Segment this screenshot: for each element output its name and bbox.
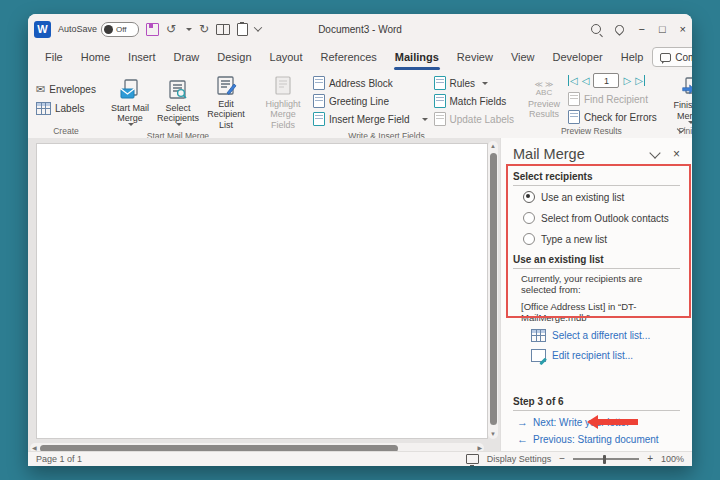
tab-file[interactable]: File [36, 44, 72, 70]
document-area: ▲ ▼ ◀ ▶ [28, 138, 500, 452]
match-fields-button[interactable]: Match Fields [434, 94, 515, 109]
comments-button[interactable]: Comments [652, 47, 692, 67]
scroll-up-icon[interactable]: ▲ [488, 143, 498, 149]
document-page[interactable] [36, 143, 488, 439]
status-bar: Page 1 of 1 Display Settings − + 100% [28, 451, 692, 466]
undo-icon[interactable]: ↺ [166, 23, 176, 35]
maximize-button[interactable]: □ [659, 24, 666, 35]
radio-type-new-list[interactable]: Type a new list [513, 228, 680, 249]
scroll-down-icon[interactable]: ▼ [488, 431, 498, 437]
preview-results-button[interactable]: ≪ ≫ ABC Preview Results [523, 78, 565, 120]
vertical-scroll-thumb[interactable] [490, 153, 497, 425]
tab-home[interactable]: Home [72, 44, 119, 70]
use-existing-list-heading: Use an existing list [513, 249, 680, 269]
group-label-create: Create [32, 125, 100, 138]
comments-label: Comments [675, 52, 692, 63]
zoom-in-button[interactable]: + [647, 454, 653, 464]
labels-button[interactable]: Labels [36, 102, 96, 115]
first-record-button[interactable]: ◁ [568, 76, 578, 86]
last-record-button[interactable]: ▷ [635, 76, 645, 86]
tab-view[interactable]: View [502, 44, 544, 70]
search-icon[interactable] [591, 24, 601, 34]
autosave-switch[interactable]: Off [101, 22, 139, 37]
zoom-slider[interactable] [573, 458, 639, 460]
find-recipient-button[interactable]: Find Recipient [568, 92, 657, 107]
pane-chevron-icon[interactable] [649, 147, 660, 158]
pane-title: Mail Merge [513, 146, 585, 162]
quick-access-chevron-icon[interactable] [254, 23, 262, 31]
undo-caret-icon[interactable] [186, 28, 192, 31]
presence-pin-icon[interactable] [614, 23, 627, 36]
tab-design[interactable]: Design [208, 44, 260, 70]
labels-icon [36, 102, 51, 115]
record-number-input[interactable] [593, 73, 619, 88]
close-button[interactable]: × [680, 24, 686, 35]
greeting-line-icon [313, 94, 325, 108]
tab-help[interactable]: Help [612, 44, 653, 70]
toggle-knob-icon [104, 25, 113, 34]
zoom-level[interactable]: 100% [661, 454, 684, 464]
finish-and-merge-button[interactable]: Finish & Merge [666, 73, 692, 124]
edit-recipient-list-button[interactable]: Edit Recipient List [202, 72, 250, 130]
redo-icon[interactable]: ↻ [199, 23, 209, 35]
rules-button[interactable]: Rules [434, 76, 515, 91]
vertical-scrollbar[interactable]: ▲ ▼ [488, 141, 498, 439]
ribbon: ✉ Envelopes Labels Create [28, 70, 692, 139]
group-write-insert-fields: Highlight Merge Fields Address Block Gre… [254, 70, 519, 138]
select-recipients-button[interactable]: Select Recipients [154, 76, 202, 127]
address-block-icon [313, 76, 325, 90]
tab-review[interactable]: Review [448, 44, 502, 70]
select-different-list-link[interactable]: Select a different list... [513, 325, 680, 345]
tab-layout[interactable]: Layout [261, 44, 312, 70]
update-labels-button[interactable]: Update Labels [434, 112, 515, 127]
tab-insert[interactable]: Insert [119, 44, 165, 70]
group-start-mail-merge: Start Mail Merge Select Recipients [104, 70, 252, 138]
address-block-button[interactable]: Address Block [313, 76, 428, 91]
zoom-slider-thumb[interactable] [603, 455, 606, 464]
next-record-button[interactable]: ▷ [623, 76, 631, 86]
radio-selected-icon[interactable] [523, 191, 535, 203]
radio-use-existing-list[interactable]: Use an existing list [513, 186, 680, 207]
finish-and-merge-icon [678, 76, 692, 98]
page-indicator[interactable]: Page 1 of 1 [36, 454, 82, 464]
tab-mailings[interactable]: Mailings [386, 44, 448, 70]
display-settings-label[interactable]: Display Settings [487, 454, 552, 464]
radio-icon[interactable] [523, 212, 535, 224]
edit-recipient-list-link[interactable]: Edit recipient list... [513, 345, 680, 365]
word-app-icon: W [34, 21, 51, 38]
minimize-button[interactable]: − [638, 24, 644, 35]
envelopes-button[interactable]: ✉ Envelopes [36, 83, 96, 96]
select-recipients-caret-icon [176, 123, 182, 126]
tab-developer[interactable]: Developer [544, 44, 612, 70]
check-for-errors-icon [568, 110, 580, 124]
autosave-label: AutoSave [58, 24, 97, 34]
mail-merge-pane: Mail Merge × Select recipients Use an ex… [500, 138, 692, 452]
previous-record-button[interactable]: ◁ [582, 76, 590, 86]
pane-close-icon[interactable]: × [673, 148, 680, 160]
zoom-out-button[interactable]: − [559, 454, 565, 464]
autosave-toggle[interactable]: AutoSave Off [58, 22, 139, 37]
start-mail-merge-caret-icon [128, 123, 134, 126]
title-bar: W AutoSave Off ↺ ↻ Document3 - Word − □ … [28, 14, 692, 44]
highlight-merge-fields-button[interactable]: Highlight Merge Fields [256, 72, 310, 130]
edit-list-icon [531, 349, 546, 362]
insert-merge-field-icon [313, 112, 325, 126]
clipboard-icon[interactable] [237, 23, 248, 36]
save-icon[interactable] [146, 23, 159, 36]
tab-draw[interactable]: Draw [165, 44, 209, 70]
previous-step-link[interactable]: ← Previous: Starting document [513, 428, 680, 445]
recipients-source: [Office Address List] in “DT-MailMerge.m… [513, 297, 680, 325]
greeting-line-button[interactable]: Greeting Line [313, 94, 428, 109]
previous-arrow-icon: ← [517, 434, 528, 445]
match-fields-icon [434, 94, 446, 108]
read-mode-icon[interactable] [216, 24, 230, 35]
rules-icon [434, 76, 446, 90]
tab-references[interactable]: References [312, 44, 386, 70]
next-step-link[interactable]: → Next: Write your letter [513, 411, 680, 428]
radio-icon[interactable] [523, 233, 535, 245]
check-for-errors-button[interactable]: Check for Errors [568, 110, 657, 125]
table-icon [531, 329, 546, 342]
radio-select-from-outlook[interactable]: Select from Outlook contacts [513, 207, 680, 228]
start-mail-merge-button[interactable]: Start Mail Merge [106, 76, 154, 127]
insert-merge-field-button[interactable]: Insert Merge Field [313, 112, 428, 127]
